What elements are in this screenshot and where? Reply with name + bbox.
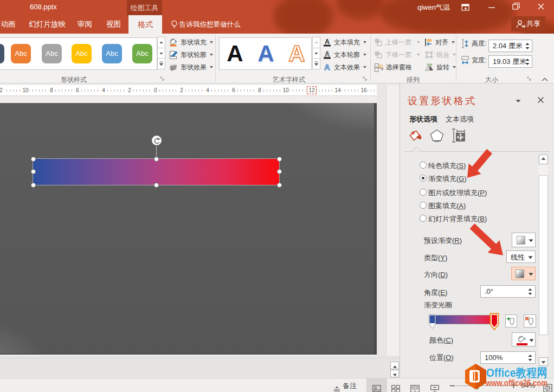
svg-text:A: A (325, 38, 330, 46)
svg-text:A: A (325, 50, 330, 58)
svg-text:A: A (324, 63, 330, 72)
